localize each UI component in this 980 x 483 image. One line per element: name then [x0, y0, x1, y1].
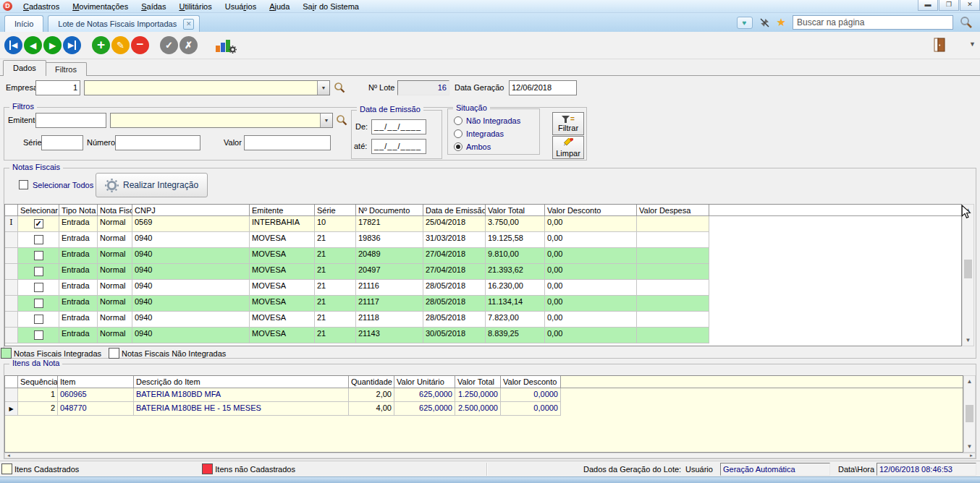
tab-close-icon[interactable]: ✕ [183, 19, 194, 30]
menu-ajuda[interactable]: Ajuda [263, 1, 296, 12]
search-input[interactable] [793, 15, 953, 30]
valor-input[interactable] [244, 135, 331, 150]
selecionar-todos-checkbox[interactable] [19, 180, 28, 189]
column-header-valor-desconto[interactable]: Valor Desconto [501, 376, 561, 388]
empresa-combo[interactable]: ▼ [84, 80, 330, 95]
filtrar-button[interactable]: = Filtrar [552, 112, 584, 135]
ate-input[interactable]: __/__/____ [371, 139, 426, 154]
data-geracao-input[interactable]: 12/06/2018 [509, 80, 577, 95]
column-header-selecionar[interactable]: Selecionar [18, 205, 59, 215]
chevron-down-icon[interactable]: ▼ [320, 114, 332, 127]
tab-lote-notas[interactable]: Lote de Notas Fiscais Importadas ✕ [48, 15, 200, 32]
column-header-valor-desconto[interactable]: Valor Desconto [545, 205, 637, 215]
nota-row[interactable]: I✓EntradaNormal0569INTERBAHIA101782125/0… [5, 216, 709, 232]
nota-row[interactable]: EntradaNormal0940MOVESA212111628/05/2018… [5, 280, 709, 296]
search-icon[interactable] [960, 16, 973, 29]
restore-button[interactable]: ❐ [939, 0, 959, 11]
empresa-input[interactable]: 1 [35, 80, 80, 95]
realizar-integracao-button[interactable]: Realizar Integração [96, 173, 208, 197]
add-icon[interactable]: + [92, 36, 110, 54]
favorites-star-icon[interactable]: ★ [777, 16, 786, 29]
column-header-quantidade[interactable]: Quantidade [349, 376, 394, 388]
row-select-checkbox[interactable] [34, 235, 43, 244]
notas-vscrollbar[interactable]: ▲ ▼ [962, 204, 974, 346]
cancel-icon[interactable]: ✗ [179, 36, 198, 54]
pin-off-icon[interactable] [759, 17, 770, 28]
tab-overflow-icon[interactable]: ♥ [737, 17, 753, 29]
chart-settings-icon[interactable] [215, 38, 237, 54]
itens-hscrollbar[interactable]: ◄ ► [4, 453, 976, 458]
column-header-n-documento[interactable]: Nº Documento [356, 205, 423, 215]
nota-row[interactable]: EntradaNormal0940MOVESA212111728/05/2018… [5, 296, 709, 312]
emitente-input[interactable] [35, 113, 106, 128]
nav-prev-icon[interactable]: ◀ [24, 36, 42, 54]
cell: 17821 [356, 216, 423, 232]
nota-row[interactable]: EntradaNormal0940MOVESA212049727/04/2018… [5, 264, 709, 280]
emitente-combo[interactable]: ▼ [110, 113, 333, 128]
minimize-button[interactable]: ▬ [918, 0, 938, 11]
tab-inicio[interactable]: Início [4, 15, 43, 32]
column-header-valor-unitario[interactable]: Valor Unitário [394, 376, 455, 388]
tab-filtros[interactable]: Filtros [45, 62, 87, 76]
radio-ambos[interactable]: Ambos [454, 142, 535, 153]
exit-door-icon[interactable] [934, 38, 945, 54]
row-select-checkbox[interactable] [34, 330, 43, 340]
radio-button[interactable] [454, 116, 462, 125]
empresa-lookup-icon[interactable] [334, 82, 345, 93]
column-header-valor-total[interactable]: Valor Total [486, 205, 545, 215]
confirm-icon[interactable]: ✓ [160, 36, 178, 54]
column-header-serie[interactable]: Série [315, 205, 356, 215]
row-select-checkbox[interactable] [34, 283, 43, 292]
close-button[interactable]: ✕ [960, 0, 980, 11]
toolbar-dropdown-icon[interactable]: ▼ [969, 40, 976, 48]
column-header-item[interactable]: Item [58, 376, 134, 388]
column-header-sequencia[interactable]: Sequência [18, 376, 58, 388]
column-header-tipo-nota[interactable]: Tipo Nota [59, 205, 98, 215]
radio-nao-integradas[interactable]: Não Integradas [454, 116, 535, 127]
nav-last-icon[interactable]: ▶ [63, 36, 81, 54]
column-header-descricao-do-item[interactable]: Descrição do Item [134, 376, 349, 388]
row-select-checkbox[interactable] [34, 251, 43, 260]
column-header-nota-fiscal[interactable]: Nota Fiscal [98, 205, 132, 215]
nota-row[interactable]: EntradaNormal0940MOVESA212114330/05/2018… [5, 328, 709, 343]
menu-movimentacoes[interactable]: Movimentações [66, 1, 135, 12]
delete-icon[interactable]: − [131, 36, 149, 54]
nota-row[interactable]: EntradaNormal0940MOVESA211983631/03/2018… [5, 232, 709, 248]
menu-saidas[interactable]: Saídas [135, 1, 172, 12]
nota-row[interactable]: EntradaNormal0940MOVESA212111828/05/2018… [5, 312, 709, 328]
row-select-checkbox[interactable]: ✓ [34, 219, 43, 228]
nav-first-icon[interactable]: ◀ [4, 36, 22, 54]
cell: MOVESA [250, 328, 315, 343]
menu-utilitarios[interactable]: Utilitários [172, 1, 218, 12]
serie-input[interactable] [41, 135, 83, 150]
emitente-lookup-icon[interactable] [336, 114, 347, 126]
radio-integradas[interactable]: Integradas [454, 129, 535, 140]
tab-dados[interactable]: Dados [3, 60, 46, 76]
row-select-checkbox[interactable] [34, 267, 43, 276]
item-row[interactable]: 1060965BATERIA M180BD MFA2,00625,00001.2… [5, 388, 561, 402]
column-header-emitente[interactable]: Emitente [250, 205, 315, 215]
column-header-valor-total[interactable]: Valor Total [455, 376, 501, 388]
menu-sair-do-sistema[interactable]: Sair do Sistema [296, 1, 366, 12]
menu-usuarios[interactable]: Usuários [219, 1, 263, 12]
radio-button[interactable] [454, 142, 462, 151]
column-header-valor-despesa[interactable]: Valor Despesa [637, 205, 709, 215]
item-row[interactable]: ▶2048770BATERIA M180BE HE - 15 MESES4,00… [5, 402, 561, 416]
column-header-cnpj[interactable]: CNPJ [132, 205, 250, 215]
column-header-data-de-emissao[interactable]: Data de Emissão [423, 205, 486, 215]
menu-cadastros[interactable]: Cadastros [17, 1, 66, 12]
selecionar-todos[interactable]: Selecionar Todos [19, 180, 93, 189]
nav-next-icon[interactable]: ▶ [43, 36, 62, 54]
cell: 21 [315, 328, 356, 343]
edit-icon[interactable]: ✎ [111, 36, 130, 54]
itens-vscrollbar[interactable]: ▲ ▼ [963, 375, 976, 453]
cell: 21 [315, 232, 356, 248]
row-select-checkbox[interactable] [34, 315, 43, 324]
de-input[interactable]: __/__/____ [371, 119, 426, 134]
numero-input[interactable] [115, 135, 200, 150]
chevron-down-icon[interactable]: ▼ [317, 81, 329, 95]
limpar-button[interactable]: Limpar [552, 136, 584, 159]
row-select-checkbox[interactable] [34, 299, 43, 308]
radio-button[interactable] [454, 129, 462, 138]
nota-row[interactable]: EntradaNormal0940MOVESA212048927/04/2018… [5, 248, 709, 264]
